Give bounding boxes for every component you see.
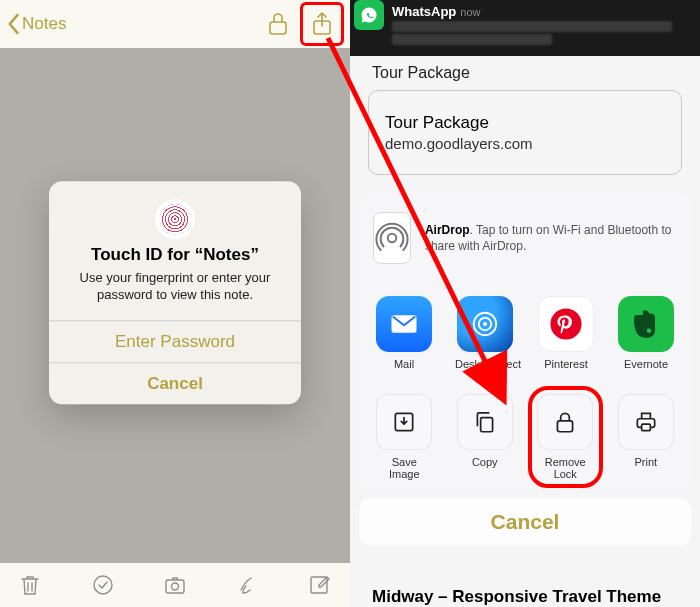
action-remove-lock[interactable]: Remove Lock bbox=[536, 394, 595, 480]
share-app-mail[interactable]: Mail bbox=[375, 296, 433, 370]
alert-cancel-button[interactable]: Cancel bbox=[49, 362, 301, 404]
share-app-deskconnect[interactable]: DeskConnect bbox=[455, 296, 515, 370]
print-icon bbox=[618, 394, 674, 450]
alert-message: Use your fingerprint or enter your passw… bbox=[67, 269, 283, 304]
share-sheet-panel: AirDrop. Tap to turn on Wi-Fi and Blueto… bbox=[359, 194, 691, 490]
action-row: Save Image Copy Remove Lock Print bbox=[359, 380, 691, 490]
svg-rect-17 bbox=[641, 424, 650, 431]
enter-password-button[interactable]: Enter Password bbox=[49, 320, 301, 362]
camera-icon bbox=[163, 573, 187, 597]
notification-banner[interactable]: WhatsAppnow bbox=[350, 0, 700, 56]
svg-point-7 bbox=[388, 234, 397, 243]
notif-time: now bbox=[460, 6, 480, 18]
notif-blurred-line bbox=[392, 21, 672, 32]
deskconnect-icon bbox=[457, 296, 513, 352]
left-screenshot: Notes Touch ID for “Notes” Use your fing… bbox=[0, 0, 350, 607]
compose-button[interactable] bbox=[302, 563, 338, 607]
svg-point-2 bbox=[94, 576, 112, 594]
page-heading: Tour Package bbox=[372, 64, 682, 82]
svg-point-11 bbox=[483, 322, 487, 326]
nav-bar: Notes bbox=[0, 0, 350, 48]
touchid-icon bbox=[155, 199, 195, 239]
sketch-icon bbox=[236, 573, 260, 597]
svg-rect-3 bbox=[166, 580, 184, 593]
svg-rect-15 bbox=[558, 421, 573, 432]
app-row: Mail DeskConnect Pinterest Evernote bbox=[359, 282, 691, 380]
share-icon bbox=[311, 11, 333, 37]
card-subtitle: demo.goodlayers.com bbox=[385, 135, 665, 152]
trash-button[interactable] bbox=[12, 563, 48, 607]
airdrop-text: AirDrop. Tap to turn on Wi-Fi and Blueto… bbox=[425, 222, 677, 254]
whatsapp-icon bbox=[354, 0, 384, 30]
checklist-icon bbox=[91, 573, 115, 597]
right-screenshot: WhatsAppnow Tour Package Tour Package de… bbox=[350, 0, 700, 607]
share-app-pinterest[interactable]: Pinterest bbox=[537, 296, 595, 370]
pinterest-icon bbox=[538, 296, 594, 352]
lock-button[interactable] bbox=[256, 2, 300, 46]
svg-rect-14 bbox=[480, 418, 492, 432]
airdrop-icon bbox=[373, 212, 411, 264]
camera-button[interactable] bbox=[157, 563, 193, 607]
copy-icon bbox=[457, 394, 513, 450]
evernote-icon bbox=[618, 296, 674, 352]
notif-app: WhatsApp bbox=[392, 4, 456, 19]
action-print[interactable]: Print bbox=[617, 394, 676, 480]
chevron-left-icon bbox=[6, 13, 20, 35]
back-button[interactable]: Notes bbox=[6, 13, 66, 35]
svg-rect-0 bbox=[270, 22, 286, 34]
airdrop-row[interactable]: AirDrop. Tap to turn on Wi-Fi and Blueto… bbox=[359, 194, 691, 282]
remove-lock-icon bbox=[537, 394, 593, 450]
compose-icon bbox=[308, 573, 332, 597]
share-sheet: AirDrop. Tap to turn on Wi-Fi and Blueto… bbox=[359, 194, 691, 599]
bottom-toolbar bbox=[0, 563, 350, 607]
back-label: Notes bbox=[22, 14, 66, 34]
touchid-alert: Touch ID for “Notes” Use your fingerprin… bbox=[49, 181, 301, 404]
sheet-cancel-button[interactable]: Cancel bbox=[359, 498, 691, 546]
mail-icon bbox=[376, 296, 432, 352]
svg-point-12 bbox=[550, 308, 581, 339]
share-button[interactable] bbox=[300, 2, 344, 46]
action-copy[interactable]: Copy bbox=[456, 394, 515, 480]
sketch-button[interactable] bbox=[230, 563, 266, 607]
card-title: Tour Package bbox=[385, 113, 665, 133]
save-image-icon bbox=[376, 394, 432, 450]
svg-point-4 bbox=[172, 583, 179, 590]
link-preview-card[interactable]: Tour Package demo.goodlayers.com bbox=[368, 90, 682, 175]
action-save-image[interactable]: Save Image bbox=[375, 394, 434, 480]
share-app-evernote[interactable]: Evernote bbox=[617, 296, 675, 370]
notif-blurred-line bbox=[392, 34, 552, 45]
lock-icon bbox=[267, 11, 289, 37]
alert-title: Touch ID for “Notes” bbox=[67, 245, 283, 265]
checklist-button[interactable] bbox=[85, 563, 121, 607]
trash-icon bbox=[18, 573, 42, 597]
